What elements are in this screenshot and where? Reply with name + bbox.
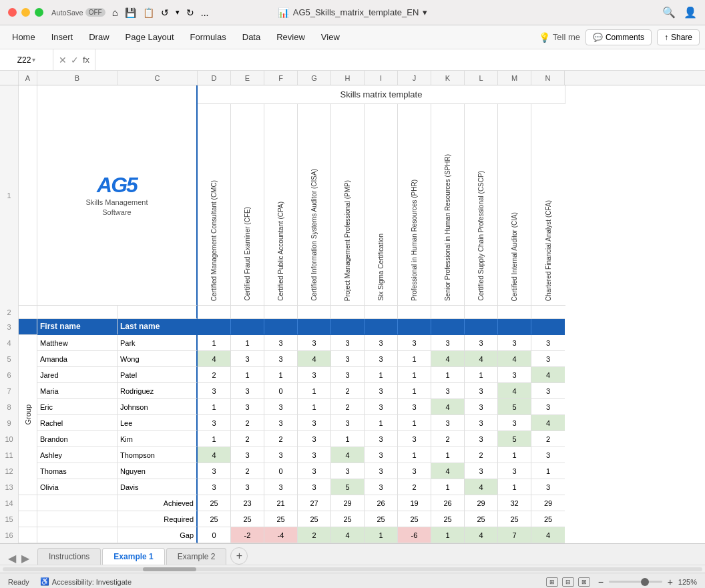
cell-j3[interactable] [398, 319, 431, 335]
cell-achieved-2[interactable]: 21 [264, 495, 298, 511]
cell-val-4-3[interactable]: 1 [298, 399, 331, 415]
close-button[interactable] [8, 8, 17, 17]
cell-val-7-6[interactable]: 1 [398, 447, 431, 463]
cell-val-9-1[interactable]: 3 [231, 479, 264, 495]
cell-first-1[interactable]: Amanda [37, 351, 118, 367]
cell-i3[interactable] [365, 319, 398, 335]
cell-last-9[interactable]: Davis [118, 479, 198, 495]
cell-gap-5[interactable]: 1 [365, 527, 398, 543]
cell-val-2-4[interactable]: 3 [331, 367, 365, 383]
formula-input[interactable] [95, 49, 705, 70]
cell-val-1-1[interactable]: 3 [231, 351, 264, 367]
cell-val-7-1[interactable]: 3 [231, 447, 264, 463]
cell-gap-1[interactable]: -2 [231, 527, 264, 543]
cell-val-8-2[interactable]: 0 [264, 463, 298, 479]
cell-val-8-8[interactable]: 3 [465, 463, 498, 479]
cell-val-6-3[interactable]: 3 [298, 431, 331, 447]
cell-required-2[interactable]: 25 [264, 511, 298, 527]
cell-l3[interactable] [465, 319, 498, 335]
cell-val-7-4[interactable]: 4 [331, 447, 365, 463]
cell-reference[interactable]: Z22 ▾ [0, 49, 53, 70]
cell-g2[interactable] [298, 306, 331, 319]
cell-d3[interactable] [198, 319, 231, 335]
cell-val-1-5[interactable]: 3 [365, 351, 398, 367]
cell-val-9-7[interactable]: 1 [431, 479, 465, 495]
cell-val-5-6[interactable]: 1 [398, 415, 431, 431]
dropdown-icon[interactable]: ▾ [423, 7, 427, 17]
cell-val-6-5[interactable]: 3 [365, 431, 398, 447]
cell-m2[interactable] [498, 306, 531, 319]
cell-gap-8[interactable]: 4 [465, 527, 498, 543]
cell-val-1-0[interactable]: 4 [198, 351, 231, 367]
save-copy-icon[interactable]: 📋 [143, 7, 154, 18]
cell-val-3-8[interactable]: 3 [465, 383, 498, 399]
cancel-formula-icon[interactable]: ✕ [59, 55, 67, 65]
cell-val-7-8[interactable]: 2 [465, 447, 498, 463]
cell-val-0-6[interactable]: 3 [398, 335, 431, 351]
cell-val-1-7[interactable]: 4 [431, 351, 465, 367]
cell-val-7-10[interactable]: 3 [531, 447, 565, 463]
cell-val-1-10[interactable]: 3 [531, 351, 565, 367]
cell-val-9-2[interactable]: 3 [264, 479, 298, 495]
cell-m3[interactable] [498, 319, 531, 335]
cell-val-2-2[interactable]: 1 [264, 367, 298, 383]
cell-val-2-10[interactable]: 4 [531, 367, 565, 383]
cell-d2[interactable] [198, 306, 231, 319]
cell-last-6[interactable]: Kim [118, 431, 198, 447]
cell-f3[interactable] [264, 319, 298, 335]
cell-last-1[interactable]: Wong [118, 351, 198, 367]
cell-gap-7[interactable]: 1 [431, 527, 465, 543]
cell-gap-9[interactable]: 7 [498, 527, 531, 543]
cell-val-8-10[interactable]: 1 [531, 463, 565, 479]
cell-required-6[interactable]: 25 [398, 511, 431, 527]
home-icon[interactable]: ⌂ [112, 7, 118, 18]
cell-required-9[interactable]: 25 [498, 511, 531, 527]
cell-first-3[interactable]: Maria [37, 383, 118, 399]
col-h[interactable]: H [331, 71, 365, 85]
undo-icon[interactable]: ↺ [161, 7, 169, 18]
cell-val-5-3[interactable]: 3 [298, 415, 331, 431]
tab-instructions[interactable]: Instructions [37, 548, 101, 565]
cell-val-7-3[interactable]: 3 [298, 447, 331, 463]
cell-val-6-6[interactable]: 3 [398, 431, 431, 447]
cell-first-2[interactable]: Jared [37, 367, 118, 383]
cell-val-8-7[interactable]: 4 [431, 463, 465, 479]
cell-val-6-9[interactable]: 5 [498, 431, 531, 447]
cell-val-1-3[interactable]: 4 [298, 351, 331, 367]
col-c[interactable]: C [118, 71, 198, 85]
col-i[interactable]: I [365, 71, 398, 85]
cell-b3-first-name[interactable]: First name [37, 319, 118, 335]
next-sheet-icon[interactable]: ▶ [19, 552, 32, 565]
horizontal-scrollbar[interactable] [0, 565, 705, 573]
cell-val-3-10[interactable]: 3 [531, 383, 565, 399]
cell-val-3-7[interactable]: 3 [431, 383, 465, 399]
col-j[interactable]: J [398, 71, 431, 85]
cell-val-8-0[interactable]: 3 [198, 463, 231, 479]
cell-achieved-4[interactable]: 29 [331, 495, 365, 511]
cell-h3[interactable] [331, 319, 365, 335]
cell-required-3[interactable]: 25 [298, 511, 331, 527]
cell-val-5-0[interactable]: 3 [198, 415, 231, 431]
cell-achieved-1[interactable]: 23 [231, 495, 264, 511]
cell-val-7-2[interactable]: 3 [264, 447, 298, 463]
cell-achieved-8[interactable]: 29 [465, 495, 498, 511]
col-e[interactable]: E [231, 71, 264, 85]
cell-val-5-9[interactable]: 3 [498, 415, 531, 431]
cell-b2[interactable] [37, 306, 118, 319]
cell-val-9-9[interactable]: 1 [498, 479, 531, 495]
cell-val-2-6[interactable]: 1 [398, 367, 431, 383]
cell-achieved-label[interactable]: Achieved [118, 495, 198, 511]
cell-val-2-0[interactable]: 2 [198, 367, 231, 383]
fullscreen-button[interactable] [35, 8, 43, 17]
cell-val-5-10[interactable]: 4 [531, 415, 565, 431]
cell-i2[interactable] [365, 306, 398, 319]
cell-achieved-7[interactable]: 26 [431, 495, 465, 511]
cell-required-4[interactable]: 25 [331, 511, 365, 527]
cell-val-2-3[interactable]: 3 [298, 367, 331, 383]
cell-val-2-1[interactable]: 1 [231, 367, 264, 383]
cell-last-7[interactable]: Thompson [118, 447, 198, 463]
cell-val-9-10[interactable]: 3 [531, 479, 565, 495]
cell-b15[interactable] [37, 511, 118, 527]
cell-required-8[interactable]: 25 [465, 511, 498, 527]
cell-required-10[interactable]: 25 [531, 511, 565, 527]
